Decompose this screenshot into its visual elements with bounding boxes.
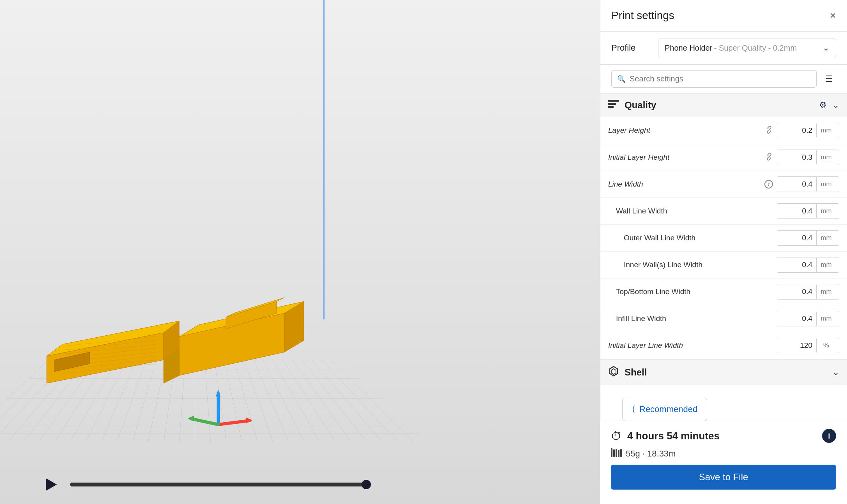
- settings-content: Quality ⚙ ⌄ Layer Height mm Initial Laye…: [600, 93, 847, 421]
- info-label: i: [828, 432, 830, 441]
- material-info: 55g · 18.33m: [611, 448, 836, 459]
- svg-rect-27: [608, 106, 614, 108]
- svg-marker-24: [46, 478, 57, 491]
- bottom-bar: ⏱ 4 hours 54 minutes i 55g · 18.33m Save…: [600, 421, 847, 504]
- info-button[interactable]: i: [822, 429, 836, 443]
- panel-header: Print settings ×: [600, 0, 847, 32]
- line-width-label: Line Width: [608, 180, 761, 189]
- svg-rect-25: [608, 100, 619, 102]
- quality-chevron-icon[interactable]: ⌄: [832, 100, 839, 110]
- top-bottom-line-width-input-wrapper[interactable]: mm: [777, 284, 839, 300]
- progress-handle[interactable]: [362, 480, 371, 489]
- layer-height-unit: mm: [816, 123, 836, 137]
- chevron-left-icon: ⟨: [632, 404, 635, 414]
- top-bottom-line-width-label: Top/Bottom Line Width: [616, 287, 773, 296]
- quality-section-header[interactable]: Quality ⚙ ⌄: [600, 93, 847, 117]
- vertical-axis-line: [323, 0, 325, 319]
- infill-line-width-label: Infill Line Width: [616, 314, 773, 323]
- profile-row: Profile Phone Holder - Super Quality - 0…: [600, 32, 847, 65]
- svg-rect-33: [618, 450, 619, 457]
- wall-line-width-unit: mm: [816, 204, 836, 218]
- profile-name: Phone Holder: [665, 44, 712, 52]
- time-row: ⏱ 4 hours 54 minutes i: [611, 429, 836, 443]
- recommended-label: Recommended: [639, 404, 697, 414]
- layer-height-link-icon[interactable]: [765, 126, 773, 136]
- initial-layer-height-unit: mm: [816, 150, 836, 164]
- outer-wall-line-width-input[interactable]: [777, 231, 816, 245]
- wall-line-width-row: Wall Line Width mm: [600, 198, 847, 225]
- recommended-button[interactable]: ⟨ Recommended: [622, 398, 707, 421]
- shell-section-header[interactable]: Shell ⌄: [600, 359, 847, 385]
- line-width-row: Line Width f mm: [600, 171, 847, 198]
- line-width-input-wrapper[interactable]: mm: [777, 176, 839, 192]
- material-text: 55g · 18.33m: [626, 449, 676, 459]
- axis-indicator: [183, 389, 253, 430]
- infill-line-width-input[interactable]: [777, 311, 816, 326]
- layer-height-input-wrapper[interactable]: mm: [777, 123, 839, 138]
- settings-panel: Print settings × Profile Phone Holder - …: [600, 0, 847, 421]
- top-bottom-line-width-unit: mm: [816, 285, 836, 299]
- clock-icon: ⏱: [611, 430, 622, 442]
- material-icon: [611, 448, 622, 459]
- outer-wall-line-width-label: Outer Wall Line Width: [624, 234, 773, 242]
- play-button[interactable]: [39, 473, 62, 496]
- search-row: 🔍 ☰: [600, 65, 847, 93]
- quality-gear-icon[interactable]: ⚙: [819, 100, 827, 110]
- wall-line-width-input[interactable]: [777, 204, 816, 219]
- svg-rect-34: [620, 449, 622, 457]
- profile-sub: - Super Quality - 0.2mm: [714, 44, 797, 52]
- play-controls[interactable]: [39, 473, 366, 496]
- shell-chevron-icon[interactable]: ⌄: [832, 367, 839, 377]
- save-to-file-button[interactable]: Save to File: [611, 465, 836, 490]
- profile-label: Profile: [611, 43, 650, 53]
- shell-section-title: Shell: [625, 367, 827, 378]
- infill-line-width-row: Infill Line Width mm: [600, 305, 847, 332]
- inner-wall-line-width-row: Inner Wall(s) Line Width mm: [600, 252, 847, 278]
- search-input[interactable]: [630, 74, 811, 83]
- inner-wall-line-width-unit: mm: [816, 258, 836, 272]
- shell-section-icon: [608, 366, 619, 379]
- line-width-input[interactable]: [777, 177, 816, 192]
- svg-line-28: [768, 129, 770, 130]
- layer-height-row: Layer Height mm: [600, 117, 847, 144]
- svg-line-20: [218, 421, 249, 425]
- 3d-object: [31, 274, 351, 399]
- svg-rect-26: [608, 103, 616, 105]
- outer-wall-line-width-input-wrapper[interactable]: mm: [777, 230, 839, 246]
- inner-wall-line-width-label: Inner Wall(s) Line Width: [624, 261, 773, 269]
- inner-wall-line-width-input[interactable]: [777, 257, 816, 272]
- initial-layer-line-width-row: Initial Layer Line Width %: [600, 332, 847, 359]
- initial-layer-line-width-unit: %: [816, 338, 836, 352]
- time-info: ⏱ 4 hours 54 minutes: [611, 430, 720, 442]
- close-button[interactable]: ×: [830, 10, 836, 21]
- initial-layer-height-row: Initial Layer Height mm: [600, 144, 847, 171]
- initial-layer-height-link-icon[interactable]: [765, 153, 773, 162]
- infill-line-width-input-wrapper[interactable]: mm: [777, 311, 839, 326]
- layer-height-input[interactable]: [777, 123, 816, 138]
- profile-select[interactable]: Phone Holder - Super Quality - 0.2mm ⌄: [658, 39, 836, 57]
- initial-layer-height-input[interactable]: [777, 150, 816, 165]
- initial-layer-line-width-label: Initial Layer Line Width: [608, 341, 773, 350]
- initial-layer-height-input-wrapper[interactable]: mm: [777, 150, 839, 165]
- initial-layer-line-width-input-wrapper[interactable]: %: [777, 338, 839, 353]
- infill-line-width-unit: mm: [816, 312, 836, 326]
- menu-lines-icon[interactable]: ☰: [822, 71, 836, 87]
- svg-rect-30: [611, 448, 612, 457]
- initial-layer-line-width-input[interactable]: [777, 338, 816, 353]
- wall-line-width-label: Wall Line Width: [616, 207, 773, 215]
- quality-section-icon: [608, 100, 619, 111]
- progress-bar[interactable]: [70, 483, 366, 486]
- outer-wall-line-width-unit: mm: [816, 231, 836, 245]
- progress-fill: [70, 483, 342, 486]
- top-bottom-line-width-input[interactable]: [777, 284, 816, 299]
- search-icon: 🔍: [617, 75, 626, 83]
- outer-wall-line-width-row: Outer Wall Line Width mm: [600, 225, 847, 252]
- profile-chevron-down-icon: ⌄: [822, 43, 829, 53]
- svg-rect-32: [616, 449, 617, 457]
- top-bottom-line-width-row: Top/Bottom Line Width mm: [600, 278, 847, 305]
- wall-line-width-input-wrapper[interactable]: mm: [777, 203, 839, 219]
- inner-wall-line-width-input-wrapper[interactable]: mm: [777, 257, 839, 273]
- search-wrapper[interactable]: 🔍: [611, 70, 817, 88]
- svg-line-29: [768, 156, 770, 157]
- svg-rect-31: [613, 449, 615, 457]
